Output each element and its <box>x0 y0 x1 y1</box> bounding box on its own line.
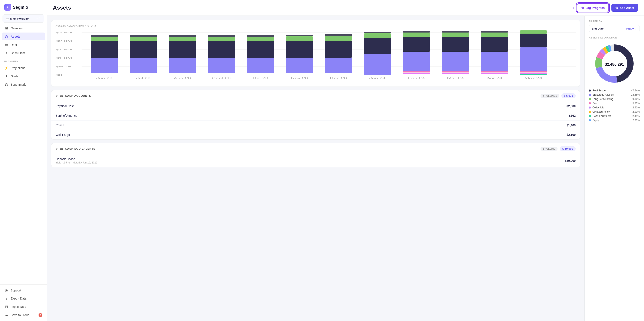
sidebar-item-benchmark[interactable]: ⚖ Benchmark <box>2 81 45 88</box>
svg-rect-80 <box>520 75 547 75</box>
sidebar-item-projections[interactable]: ⚡ Projections <box>2 64 45 72</box>
legend-pct: 2.92% <box>632 106 640 109</box>
svg-text:$2.5M: $2.5M <box>56 31 72 34</box>
filter-end-date-value[interactable]: Today ⌄ <box>626 27 637 30</box>
sidebar-item-label: Goals <box>11 75 18 78</box>
svg-text:May 24: May 24 <box>524 77 542 79</box>
sidebar-item-cashflow[interactable]: ↕ Cash Flow <box>2 49 45 57</box>
benchmark-icon: ⚖ <box>4 82 8 87</box>
bar-chart-container: $2.5M $2.0M $1.5M $1.0M $500K $0 <box>56 30 576 82</box>
allocation-legend: Real Estate 47.54% Brokerage Account 23.… <box>589 89 640 122</box>
svg-rect-56 <box>403 31 430 32</box>
filter-end-date-label: End Date <box>592 27 604 30</box>
sidebar-item-label: Export Data <box>11 297 26 300</box>
add-asset-label: Add Asset <box>620 6 634 9</box>
legend-item: Equity 2.01% <box>589 119 640 122</box>
table-row: Bank of America $562 <box>51 111 580 120</box>
svg-rect-47 <box>364 54 391 75</box>
filter-label: FILTER BY <box>589 20 640 22</box>
svg-rect-63 <box>442 31 469 32</box>
svg-rect-14 <box>91 37 118 41</box>
sidebar-bottom: ◉ Support ↓ Export Data ⊡ Import Data ☁ … <box>0 285 47 321</box>
legend-item: Collectible 2.92% <box>589 106 640 109</box>
svg-rect-19 <box>130 37 157 41</box>
legend-item: Bond 5.73% <box>589 102 640 105</box>
svg-rect-53 <box>403 52 430 71</box>
svg-rect-20 <box>130 35 157 37</box>
sidebar: ✦ Segmio ▭ Main Portfolio ⌄ ⌃ ⊞ Overview… <box>0 0 47 321</box>
goals-icon: ✦ <box>4 74 8 78</box>
table-row: Physical Cash $2,000 <box>51 101 580 111</box>
svg-rect-39 <box>286 36 313 41</box>
sidebar-item-label: Assets <box>11 35 20 38</box>
logo-icon: ✦ <box>4 4 11 11</box>
holdings-badge: 1 HOLDING <box>540 147 558 151</box>
sidebar-item-goals[interactable]: ✦ Goals <box>2 72 45 80</box>
sidebar-item-label: Debt <box>11 43 17 47</box>
svg-text:Mar 24: Mar 24 <box>447 77 464 79</box>
legend-name: Cryptocurrency <box>592 110 610 113</box>
svg-rect-65 <box>442 73 469 74</box>
sidebar-item-debt[interactable]: ▭ Debt <box>2 41 45 49</box>
svg-rect-49 <box>364 33 391 38</box>
row-amount: $2,000 <box>566 104 576 108</box>
svg-rect-74 <box>520 47 547 71</box>
add-asset-button[interactable]: ⊕ Add Asset <box>612 4 638 12</box>
page-title: Assets <box>53 4 71 11</box>
main-nav: ⊞ Overview ◎ Assets ▭ Debt ↕ Cash Flow <box>0 24 47 57</box>
sidebar-item-label: Overview <box>11 26 23 30</box>
legend-dot <box>589 94 591 96</box>
svg-rect-22 <box>169 58 196 73</box>
sidebar-item-label: Projections <box>11 66 25 70</box>
cash-accounts-header[interactable]: ∨ ▭ CASH ACCOUNTS 4 HOLDINGS $ 6,071 <box>51 90 580 101</box>
import-icon: ⊡ <box>4 305 8 309</box>
legend-dot <box>589 102 591 104</box>
sidebar-item-assets[interactable]: ◎ Assets <box>2 32 45 40</box>
cash-equivalents-section: ∨ ▭ CASH EQUIVALENTS 1 HOLDING $ 60,000 … <box>51 143 580 167</box>
svg-rect-24 <box>169 37 196 41</box>
sidebar-item-label: Support <box>11 289 21 292</box>
legend-name: Cash Equivalent <box>592 115 611 118</box>
sidebar-item-overview[interactable]: ⊞ Overview <box>2 24 45 32</box>
cash-accounts-stats: 4 HOLDINGS $ 6,071 <box>540 93 576 98</box>
legend-item: Cryptocurrency 2.91% <box>589 110 640 113</box>
svg-rect-13 <box>91 41 118 58</box>
cash-equivalents-header[interactable]: ∨ ▭ CASH EQUIVALENTS 1 HOLDING $ 60,000 <box>51 143 580 154</box>
portfolio-selector[interactable]: ▭ Main Portfolio ⌄ ⌃ <box>2 14 44 22</box>
log-progress-button[interactable]: ⊕ Log Progress <box>577 3 609 12</box>
svg-rect-55 <box>403 32 430 37</box>
legend-item: Cash Equivalent 2.41% <box>589 115 640 118</box>
row-amount: $1,409 <box>566 124 576 127</box>
svg-rect-72 <box>481 73 508 74</box>
sidebar-item-import[interactable]: ⊡ Import Data <box>2 303 45 311</box>
svg-rect-71 <box>481 71 508 72</box>
svg-rect-54 <box>403 37 430 52</box>
cash-accounts-title: CASH ACCOUNTS <box>65 94 91 97</box>
cash-equivalents-stats: 1 HOLDING $ 60,000 <box>540 146 576 151</box>
table-row: Chase $1,409 <box>51 120 580 130</box>
svg-text:Jul 23: Jul 23 <box>136 77 150 79</box>
svg-rect-35 <box>247 35 274 37</box>
cash-accounts-total: $ 6,071 <box>561 93 576 98</box>
legend-pct: 23.55% <box>631 93 640 96</box>
donut-chart-wrapper: $2,486,291 <box>589 42 640 85</box>
sidebar-item-support[interactable]: ◉ Support <box>2 286 45 294</box>
row-amount: $60,000 <box>565 159 576 162</box>
bar-chart-svg: $2.5M $2.0M $1.5M $1.0M $500K $0 <box>56 30 576 81</box>
svg-rect-23 <box>169 41 196 58</box>
sidebar-item-save[interactable]: ☁ Save to Cloud ! <box>2 311 45 319</box>
main-content: ASSETS ALLOCATION HISTORY $2.5M $2.0M <box>47 16 584 321</box>
sidebar-item-export[interactable]: ↓ Export Data <box>2 295 45 302</box>
row-name: Physical Cash <box>56 104 74 108</box>
add-asset-icon: ⊕ <box>615 6 618 10</box>
legend-pct: 9.33% <box>632 98 640 101</box>
svg-text:Jan 24: Jan 24 <box>369 77 386 79</box>
row-sub: Yield 4.35 % Maturity Jan 15, 2025 <box>56 161 97 164</box>
sidebar-item-label: Import Data <box>11 305 26 309</box>
support-icon: ◉ <box>4 288 8 292</box>
svg-text:Nov 23: Nov 23 <box>291 77 308 79</box>
filter-row[interactable]: End Date Today ⌄ <box>589 25 640 32</box>
legend-dot <box>589 111 591 113</box>
topbar-actions: ──────→ ⊕ Log Progress ⊕ Add Asset <box>577 3 638 12</box>
legend-item: Long-Term Saving 9.33% <box>589 98 640 101</box>
